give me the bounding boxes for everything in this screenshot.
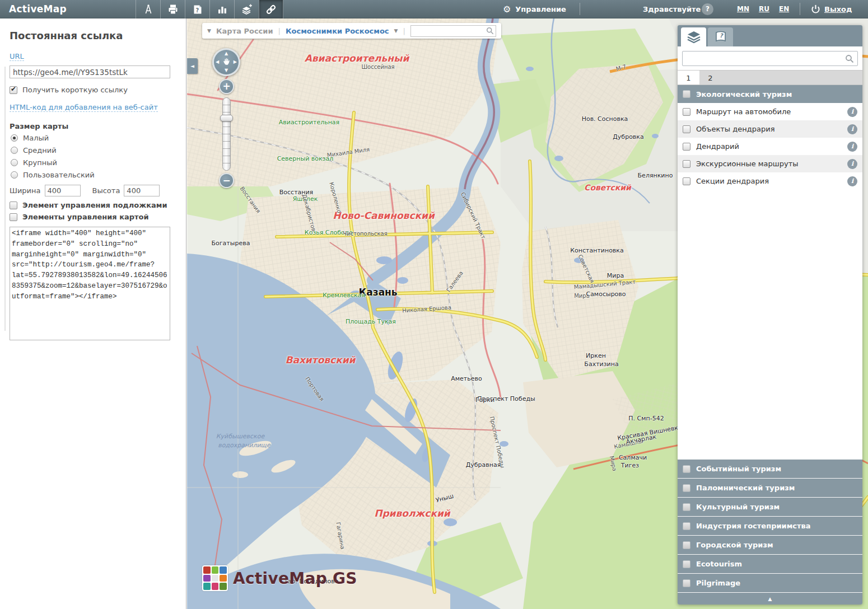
pan-left-icon[interactable]: ◀ bbox=[216, 60, 219, 64]
layer-group-ecotourism[interactable]: Ecotourism bbox=[678, 554, 862, 573]
layer-group-city-tourism[interactable]: Городской туризм bbox=[678, 535, 862, 554]
zoom-out-button[interactable]: − bbox=[219, 173, 234, 188]
layer-checkbox[interactable] bbox=[683, 125, 690, 133]
layer-checkbox[interactable] bbox=[683, 143, 690, 151]
layers-search-input[interactable] bbox=[686, 54, 845, 63]
permalink-button[interactable] bbox=[259, 0, 283, 18]
hand-icon bbox=[221, 56, 232, 69]
chevron-up-icon: ▲ bbox=[768, 596, 772, 602]
group-checkbox[interactable] bbox=[683, 90, 690, 98]
layer-item-arboretum-sections[interactable]: Секции дендрария i bbox=[678, 172, 862, 190]
map-controls-label: Элементы управления картой bbox=[22, 213, 149, 221]
group-checkbox[interactable] bbox=[683, 503, 690, 511]
size-small-radio[interactable] bbox=[11, 134, 18, 142]
tab-layers[interactable] bbox=[681, 27, 706, 46]
html-code-link[interactable]: HTML-код для добавления на веб-сайт bbox=[10, 103, 158, 112]
height-input[interactable] bbox=[124, 185, 160, 196]
search-icon[interactable] bbox=[486, 27, 494, 35]
map-size-label: Размер карты bbox=[10, 122, 177, 130]
pan-down-icon[interactable]: ▼ bbox=[225, 68, 228, 73]
layer-group-event-tourism[interactable]: Событийный туризм bbox=[678, 459, 862, 478]
url-input[interactable] bbox=[10, 65, 170, 78]
pan-control[interactable]: ▲ ▼ ◀ ▶ bbox=[212, 48, 240, 76]
layers-panel: ? 1 2 Экологический туризм Маршрут на ав… bbox=[678, 25, 862, 605]
height-label: Высота bbox=[92, 186, 120, 195]
layer-group-pilgrimage-tourism[interactable]: Паломнический туризм bbox=[678, 478, 862, 497]
tab-legend[interactable]: ? bbox=[708, 27, 733, 46]
layer-checkbox[interactable] bbox=[683, 177, 690, 185]
size-large-label: Крупный bbox=[23, 158, 57, 167]
layer-checkbox[interactable] bbox=[683, 160, 690, 168]
embed-code-textarea[interactable]: <iframe width="400" height="400" framebo… bbox=[10, 227, 170, 340]
layers-search-row bbox=[678, 46, 862, 70]
page-1-tab[interactable]: 1 bbox=[678, 71, 699, 85]
layer-group-eco-tourism[interactable]: Экологический туризм bbox=[678, 85, 862, 103]
size-custom-radio[interactable] bbox=[11, 171, 18, 179]
legend-book-icon: ? bbox=[714, 30, 727, 44]
info-icon[interactable]: i bbox=[847, 124, 857, 134]
language-switcher: MN RU EN bbox=[737, 5, 789, 13]
lang-en[interactable]: EN bbox=[779, 5, 789, 13]
layer-item-car-route[interactable]: Маршрут на автомобиле i bbox=[678, 103, 862, 120]
zoom-slider[interactable] bbox=[222, 97, 231, 171]
map-controls-checkbox[interactable] bbox=[10, 213, 17, 221]
short-link-checkbox[interactable] bbox=[10, 86, 17, 94]
management-label: Управление bbox=[515, 5, 566, 13]
zoom-in-button[interactable]: + bbox=[219, 79, 234, 94]
baselayer-control-checkbox[interactable] bbox=[10, 202, 17, 209]
layer-group-hospitality[interactable]: Индустрия гостеприимства bbox=[678, 516, 862, 535]
topbar-separator bbox=[580, 3, 580, 15]
search-icon[interactable] bbox=[845, 54, 854, 63]
charts-button[interactable] bbox=[209, 0, 234, 18]
group-checkbox[interactable] bbox=[683, 560, 690, 568]
logout-button[interactable]: Выход bbox=[810, 0, 852, 18]
chevron-down-icon[interactable]: ▼ bbox=[207, 28, 211, 34]
group-checkbox[interactable] bbox=[683, 522, 690, 530]
size-option-custom: Пользовательский bbox=[11, 171, 177, 179]
chevron-left-icon: ◄ bbox=[190, 63, 194, 69]
group-checkbox[interactable] bbox=[683, 484, 690, 492]
chevron-down-icon[interactable]: ▼ bbox=[394, 28, 398, 34]
zoom-slider-handle[interactable] bbox=[220, 115, 233, 121]
layer-group-cultural-tourism[interactable]: Культурный туризм bbox=[678, 497, 862, 516]
guide-button[interactable]: ? bbox=[185, 0, 209, 18]
group-checkbox[interactable] bbox=[683, 465, 690, 473]
info-icon[interactable]: i bbox=[847, 176, 857, 186]
pan-right-icon[interactable]: ▶ bbox=[234, 60, 237, 64]
topbar-separator bbox=[800, 3, 800, 15]
layer-item-excursion-routes[interactable]: Экскурсионные маршруты i bbox=[678, 155, 862, 172]
lang-mn[interactable]: MN bbox=[737, 5, 749, 13]
url-link[interactable]: URL bbox=[10, 52, 24, 61]
panel-title: Постоянная ссылка bbox=[10, 30, 177, 41]
layer-checkbox[interactable] bbox=[683, 108, 690, 116]
baselayer-roscosmos[interactable]: Космоснимки Роскосмос bbox=[286, 27, 389, 35]
group-checkbox[interactable] bbox=[683, 541, 690, 549]
layer-item-arboretum-objects[interactable]: Объекты дендрария i bbox=[678, 120, 862, 138]
measure-tool-button[interactable] bbox=[136, 0, 160, 18]
info-icon[interactable]: i bbox=[847, 159, 857, 169]
topbar: ActiveMap ? ⚙ Управление Здравствуйте ? … bbox=[0, 0, 868, 18]
help-button[interactable]: ? bbox=[702, 3, 713, 15]
width-input[interactable] bbox=[45, 185, 81, 196]
lang-ru[interactable]: RU bbox=[759, 5, 769, 13]
info-icon[interactable]: i bbox=[847, 107, 857, 117]
panel-collapse-button[interactable]: ▲ bbox=[678, 592, 862, 605]
size-medium-radio[interactable] bbox=[11, 147, 18, 154]
app-logo: ActiveMap bbox=[9, 3, 67, 15]
page-2-tab[interactable]: 2 bbox=[699, 71, 721, 85]
layer-group-pilgrimage[interactable]: Pilgrimage bbox=[678, 573, 862, 592]
baselayer-russia-map[interactable]: Карта России bbox=[216, 27, 273, 35]
link-icon bbox=[265, 3, 277, 16]
map-search-input[interactable] bbox=[413, 27, 486, 35]
toolbar-divider: | bbox=[278, 27, 281, 35]
management-menu[interactable]: ⚙ Управление bbox=[503, 0, 566, 18]
width-label: Ширина bbox=[10, 186, 41, 195]
gear-icon: ⚙ bbox=[503, 5, 511, 14]
info-icon[interactable]: i bbox=[847, 142, 857, 152]
add-layer-button[interactable] bbox=[234, 0, 259, 18]
print-button[interactable] bbox=[160, 0, 185, 18]
size-large-radio[interactable] bbox=[11, 159, 18, 166]
group-checkbox[interactable] bbox=[683, 579, 690, 587]
collapse-panel-button[interactable]: ◄ bbox=[187, 58, 198, 74]
layer-item-arboretum[interactable]: Дендрарий i bbox=[678, 138, 862, 155]
